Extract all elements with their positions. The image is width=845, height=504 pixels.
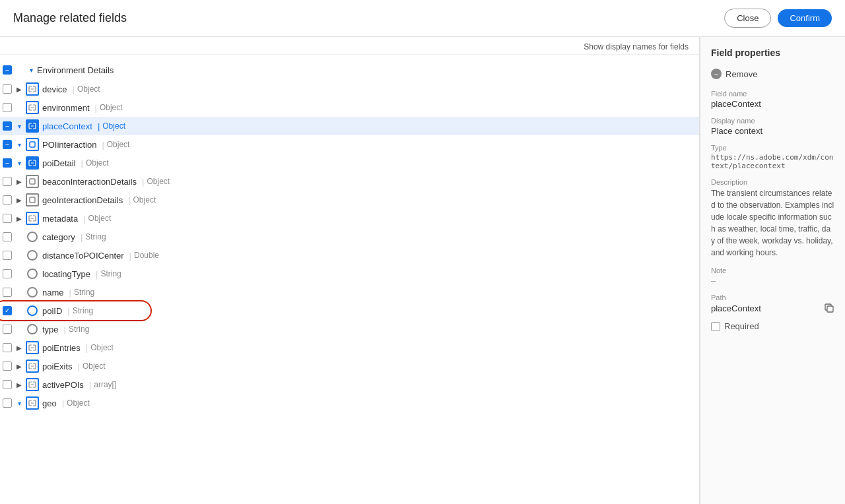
checkbox-POIinteraction[interactable]: [3, 140, 12, 149]
tree-row-poiDetail[interactable]: ▾ poiDetail | Object: [0, 154, 699, 172]
field-name-label: Field name: [711, 90, 834, 98]
icon-type: [25, 322, 40, 336]
distanceToPOICenter-label: distanceToPOICenter: [42, 251, 124, 261]
note-section: Note –: [711, 267, 834, 286]
category-label: category: [42, 232, 75, 242]
checkbox-activePOIs[interactable]: [3, 380, 12, 389]
display-name-section: Display name Place context: [711, 117, 834, 136]
field-name-value: placeContext: [711, 99, 834, 109]
tree-row-poiExits[interactable]: ▶ poiExits | Object: [0, 357, 699, 375]
beaconInteractionDetails-type: Object: [147, 177, 170, 186]
tree-row-name[interactable]: name | String: [0, 283, 699, 301]
expand-activePOIs[interactable]: ▶: [15, 380, 24, 389]
beaconInteractionDetails-label: beaconInteractionDetails: [42, 177, 137, 187]
expand-metadata[interactable]: ▶: [15, 214, 24, 223]
POIinteraction-label: POIinteraction: [42, 140, 96, 150]
poiDetail-type: Object: [86, 158, 109, 168]
tree-row-geoInteractionDetails[interactable]: ▶ geoInteractionDetails | Object: [0, 191, 699, 209]
poiExits-type: Object: [83, 362, 106, 371]
type-type: String: [69, 325, 89, 334]
expand-poiDetail[interactable]: ▾: [15, 158, 24, 168]
show-display-names-link[interactable]: Show display names for fields: [584, 42, 689, 51]
poiID-label: poiID: [42, 306, 62, 316]
tree-row-distanceToPOICenter[interactable]: distanceToPOICenter | Double: [0, 246, 699, 265]
tree-row-device[interactable]: ▶ device | Object: [0, 80, 699, 98]
properties-panel: Field properties − Remove Field name pla…: [700, 37, 845, 504]
page-title: Manage related fields: [13, 11, 127, 25]
checkbox-poiExits[interactable]: [3, 362, 12, 371]
expand-poiExits[interactable]: ▶: [15, 362, 24, 371]
tree-row-poiEntries[interactable]: ▶ poiEntries | Object: [0, 338, 699, 357]
checkbox-poiEntries[interactable]: [3, 343, 12, 352]
svg-rect-2: [30, 197, 35, 203]
expand-placeContext[interactable]: ▾: [15, 121, 24, 131]
confirm-button[interactable]: Confirm: [778, 9, 832, 27]
remove-label: Remove: [726, 69, 757, 79]
tree-row-locatingType[interactable]: locatingType | String: [0, 265, 699, 283]
icon-poiDetail: [25, 156, 40, 170]
checkbox-type[interactable]: [3, 325, 12, 334]
tree-panel: Show display names for fields ▾ Environm…: [0, 37, 700, 504]
device-label: device: [42, 84, 67, 94]
icon-name: [25, 285, 40, 299]
tree-row-activePOIs[interactable]: ▶ activePOIs | array[]: [0, 375, 699, 394]
type-value: https://ns.adobe.com/xdm/context/placeco…: [711, 153, 834, 170]
close-button[interactable]: Close: [724, 9, 771, 28]
type-label: type: [42, 325, 59, 334]
icon-metadata: [25, 211, 40, 226]
expand-POIinteraction[interactable]: ▾: [15, 140, 24, 149]
description-section: Description The transient circumstances …: [711, 178, 834, 259]
checkbox-placeContext[interactable]: [3, 121, 12, 131]
icon-poiID: [25, 303, 40, 318]
checkbox-category[interactable]: [3, 232, 12, 241]
checkbox-geoInteractionDetails[interactable]: [3, 195, 12, 205]
distanceToPOICenter-type: Double: [134, 251, 159, 260]
expand-beaconInteractionDetails[interactable]: ▶: [15, 177, 24, 186]
tree-row-geo[interactable]: ▾ geo | Object: [0, 394, 699, 412]
expand-device[interactable]: ▶: [15, 84, 24, 94]
tree-row-beaconInteractionDetails[interactable]: ▶ beaconInteractionDetails | Object: [0, 172, 699, 191]
tree-row-root[interactable]: ▾ Environment Details: [0, 60, 699, 80]
environment-label: environment: [42, 103, 90, 113]
POIinteraction-type: Object: [107, 140, 130, 149]
checkbox-poiID[interactable]: [3, 306, 12, 315]
checkbox-poiDetail[interactable]: [3, 158, 12, 168]
checkbox-name[interactable]: [3, 288, 12, 297]
expand-poiEntries[interactable]: ▶: [15, 343, 24, 352]
tree-row-environment[interactable]: environment | Object: [0, 98, 699, 117]
icon-poiEntries: [25, 340, 40, 355]
checkbox-locatingType[interactable]: [3, 269, 12, 278]
geo-label: geo: [42, 398, 57, 408]
tree-row-category[interactable]: category | String: [0, 228, 699, 246]
checkbox-root[interactable]: [3, 65, 12, 75]
name-type: String: [74, 288, 94, 297]
checkbox-geo[interactable]: [3, 398, 12, 408]
display-name-value: Place context: [711, 126, 834, 136]
checkbox-device[interactable]: [3, 84, 12, 94]
copy-icon[interactable]: [824, 303, 834, 313]
expand-geoInteractionDetails[interactable]: ▶: [15, 195, 24, 205]
icon-geo: [25, 396, 40, 410]
required-checkbox[interactable]: [711, 322, 720, 331]
remove-button[interactable]: − Remove: [711, 69, 834, 79]
activePOIs-label: activePOIs: [42, 380, 84, 390]
tree-row-metadata[interactable]: ▶ metadata | Object: [0, 209, 699, 228]
checkbox-metadata[interactable]: [3, 214, 12, 223]
expand-root[interactable]: ▾: [26, 65, 36, 75]
expand-geo[interactable]: ▾: [15, 398, 24, 408]
device-type: Object: [77, 84, 100, 94]
checkbox-beaconInteractionDetails[interactable]: [3, 177, 12, 186]
placeContext-type: Object: [102, 121, 125, 131]
icon-POIinteraction: [25, 137, 40, 152]
tree-row-poiID[interactable]: poiID | String: [0, 301, 699, 320]
tree-row-POIinteraction[interactable]: ▾ POIinteraction | Object: [0, 135, 699, 154]
tree-row-type[interactable]: type | String: [0, 320, 699, 338]
required-label: Required: [724, 321, 759, 331]
locatingType-type: String: [100, 269, 121, 278]
name-label: name: [42, 288, 64, 298]
icon-activePOIs: [25, 377, 40, 392]
checkbox-distanceToPOICenter[interactable]: [3, 251, 12, 260]
description-label: Description: [711, 178, 834, 186]
checkbox-environment[interactable]: [3, 103, 12, 112]
tree-row-placeContext[interactable]: ▾ placeContext | Object: [0, 117, 699, 135]
